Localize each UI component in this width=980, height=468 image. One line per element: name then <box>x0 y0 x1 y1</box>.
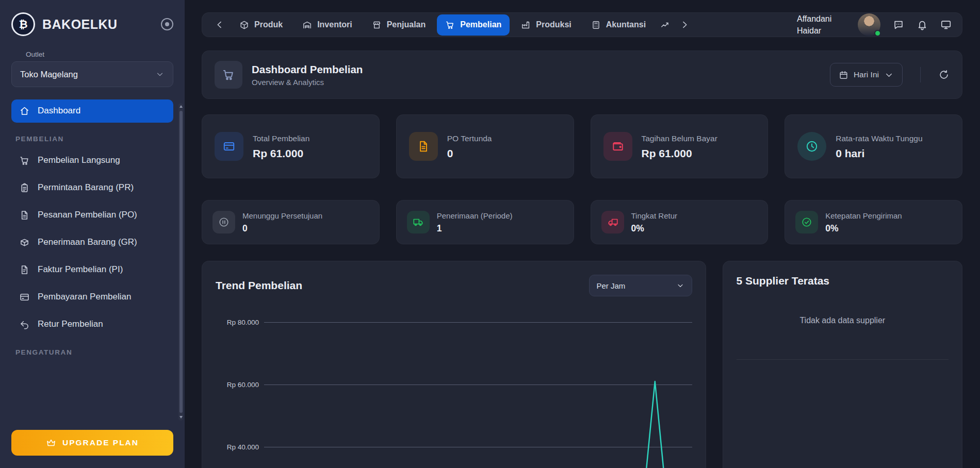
tabs-scroll-right-button[interactable] <box>677 18 692 32</box>
messages-button[interactable] <box>893 19 904 30</box>
stat-value: 0 hari <box>836 147 922 160</box>
sidebar-item-label: Pembayaran Pembelian <box>38 291 131 303</box>
scroll-up-arrow-icon[interactable] <box>179 105 183 108</box>
scroll-down-arrow-icon[interactable] <box>179 416 183 419</box>
warehouse-icon <box>302 20 312 30</box>
sidebar-item-dashboard[interactable]: Dashboard <box>11 99 173 123</box>
page-header-icon-box <box>215 61 242 89</box>
chevron-down-icon <box>884 70 894 80</box>
date-filter-dropdown[interactable]: Hari Ini <box>830 63 903 87</box>
monitor-icon <box>940 19 952 30</box>
chat-icon <box>893 19 904 30</box>
brand-logo-icon: ₿ <box>11 12 35 36</box>
sidebar-section-pembelian: PEMBELIAN <box>11 135 173 143</box>
y-axis-tick: Rp 40.000 <box>216 443 259 451</box>
check-circle-icon <box>795 211 818 233</box>
refresh-icon <box>938 69 950 80</box>
tab-akuntansi[interactable]: Akuntansi <box>583 14 654 36</box>
upgrade-plan-button[interactable]: UPGRADE PLAN <box>11 430 173 456</box>
stat-label: Menunggu Persetujuan <box>242 211 322 221</box>
divider <box>920 67 921 82</box>
tab-label: Penjualan <box>387 20 426 29</box>
stat-value: Rp 61.000 <box>642 147 717 160</box>
brand-name: BAKOELKU <box>42 17 154 32</box>
page-header-texts: Dashboard Pembelian Overview & Analytics <box>252 63 821 87</box>
stat-label: PO Tertunda <box>447 133 492 144</box>
sidebar-item-pesanan-pembelian[interactable]: Pesanan Pembelian (PO) <box>11 204 173 227</box>
tab-inventori[interactable]: Inventori <box>294 14 361 36</box>
tab-produk[interactable]: Produk <box>231 14 291 36</box>
y-axis-tick: Rp 60.000 <box>216 381 259 389</box>
sidebar-item-pembelian-langsung[interactable]: Pembelian Langsung <box>11 149 173 172</box>
sidebar-collapse-button[interactable] <box>161 18 173 30</box>
stat-card-ketepatan-pengiriman: Ketepatan Pengiriman 0% <box>785 200 962 244</box>
scrollbar-thumb[interactable] <box>179 111 183 413</box>
sidebar-item-label: Faktur Pembelian (PI) <box>38 264 123 276</box>
bottom-row: Trend Pembelian Per Jam Rp 80.000 Rp 60.… <box>202 261 962 468</box>
display-mode-button[interactable] <box>940 19 952 30</box>
sidebar-scrollbar[interactable] <box>178 103 183 421</box>
outlet-select[interactable]: Toko Magelang <box>11 61 173 87</box>
cart-icon <box>222 68 235 81</box>
file-text-icon <box>409 132 438 161</box>
tab-produksi[interactable]: Produksi <box>513 14 579 36</box>
stat-card-rata-rata-waktu-tunggu: Rata-rata Waktu Tunggu 0 hari <box>785 114 962 178</box>
sidebar-item-permintaan-barang[interactable]: Permintaan Barang (PR) <box>11 176 173 199</box>
logo-row: ₿ BAKOELKU <box>11 12 173 36</box>
top-navigation-bar: Produk Inventori Penjualan Pembelian Pro… <box>202 12 962 37</box>
stats-row-primary: Total Pembelian Rp 61.000 PO Tertunda 0 … <box>202 114 962 178</box>
truck-icon <box>407 211 430 233</box>
stat-card-tagihan-belum-bayar: Tagihan Belum Bayar Rp 61.000 <box>591 114 769 178</box>
notifications-button[interactable] <box>917 19 928 30</box>
main-content: Produk Inventori Penjualan Pembelian Pro… <box>185 0 980 468</box>
sidebar-item-retur-pembelian[interactable]: Retur Pembelian <box>11 313 173 336</box>
sidebar-item-penerimaan-barang[interactable]: Penerimaan Barang (GR) <box>11 231 173 254</box>
user-avatar[interactable] <box>858 13 880 36</box>
trend-panel-title: Trend Pembelian <box>216 279 302 292</box>
clipboard-icon <box>19 182 30 193</box>
stat-label: Ketepatan Pengiriman <box>825 211 902 221</box>
stat-value: 1 <box>437 223 513 234</box>
trend-chart-icon <box>660 20 670 30</box>
page-header: Dashboard Pembelian Overview & Analytics… <box>202 51 962 99</box>
outlet-label: Outlet <box>26 51 173 58</box>
stat-value: Rp 61.000 <box>253 147 309 160</box>
tab-label: Pembelian <box>460 20 501 29</box>
stat-value: 0% <box>631 223 677 234</box>
refresh-button[interactable] <box>938 69 950 80</box>
tab-label: Inventori <box>317 20 352 29</box>
truck-return-icon <box>601 211 624 233</box>
stat-card-penerimaan-periode: Penerimaan (Periode) 1 <box>396 200 574 244</box>
tab-penjualan[interactable]: Penjualan <box>364 14 434 36</box>
credit-card-icon <box>215 132 243 161</box>
trend-line-series <box>264 322 692 468</box>
sidebar-item-label: Retur Pembelian <box>38 319 103 330</box>
invoice-icon <box>19 264 30 275</box>
stat-label: Total Pembelian <box>253 133 309 144</box>
clock-icon <box>797 132 826 161</box>
interval-dropdown[interactable]: Per Jam <box>589 275 692 296</box>
sidebar-nav: Dashboard PEMBELIAN Pembelian Langsung P… <box>11 99 173 430</box>
sidebar-item-label: Dashboard <box>38 105 80 117</box>
calendar-icon <box>839 70 848 80</box>
sidebar-item-label: Permintaan Barang (PR) <box>38 182 134 194</box>
cart-icon <box>19 155 30 166</box>
stat-card-menunggu-persetujuan: Menunggu Persetujuan 0 <box>202 200 380 244</box>
clock-pause-icon <box>213 211 235 233</box>
online-status-dot <box>874 30 881 37</box>
bell-icon <box>917 19 928 30</box>
stat-value: 0 <box>242 223 322 234</box>
tabs-scroll-left-button[interactable] <box>213 18 227 32</box>
tab-pembelian[interactable]: Pembelian <box>437 14 510 36</box>
stats-row-secondary: Menunggu Persetujuan 0 Penerimaan (Perio… <box>202 200 962 244</box>
tab-label: Akuntansi <box>606 20 646 29</box>
sidebar-item-faktur-pembelian[interactable]: Faktur Pembelian (PI) <box>11 258 173 281</box>
stat-label: Tingkat Retur <box>631 211 677 221</box>
tab-more-partial[interactable] <box>657 14 673 36</box>
user-name: Affandani Haidar <box>797 13 845 37</box>
crown-icon <box>46 438 56 448</box>
top-suppliers-panel: 5 Supplier Teratas Tidak ada data suppli… <box>723 261 962 468</box>
sidebar-item-pembayaran-pembelian[interactable]: Pembayaran Pembelian <box>11 286 173 309</box>
sidebar-item-label: Pembelian Langsung <box>38 155 120 166</box>
trend-panel-header: Trend Pembelian Per Jam <box>216 275 692 296</box>
